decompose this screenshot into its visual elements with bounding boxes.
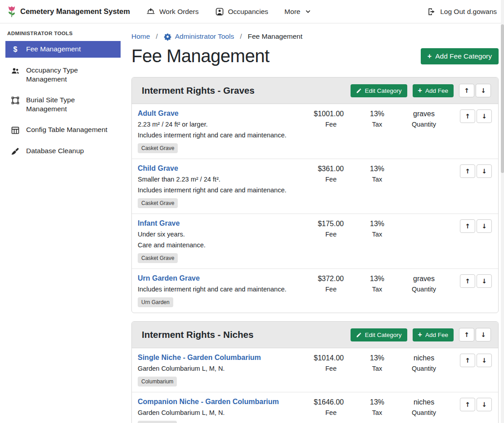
fee-quantity-value: graves xyxy=(399,110,449,118)
fee-tax-value: 13% xyxy=(363,398,392,406)
move-category-down-button[interactable]: ↓ xyxy=(476,328,491,341)
sidebar-item-config-table-management[interactable]: Config Table Management xyxy=(5,122,121,138)
fee-description-line: 2.23 m² / 24 ft² or larger. xyxy=(138,121,299,128)
breadcrumb-separator: / xyxy=(156,32,158,41)
add-fee-button[interactable]: + Add Fee xyxy=(413,84,454,97)
move-fee-down-button[interactable]: ↓ xyxy=(477,219,492,233)
sidebar-item-fee-management[interactable]: $ Fee Management xyxy=(5,41,121,58)
move-fee-down-button[interactable]: ↓ xyxy=(477,164,492,178)
fee-name-link[interactable]: Companion Niche - Garden Columbarium xyxy=(138,398,279,406)
arrow-down-icon: ↓ xyxy=(482,223,487,230)
fee-description-line: Garden Columbarium L, M, N. xyxy=(138,409,299,416)
gear-icon xyxy=(164,33,171,41)
page-scrollbar[interactable] xyxy=(501,0,504,423)
fee-name-link[interactable]: Single Niche - Garden Columbarium xyxy=(138,354,261,362)
categories: Interment Rights - Graves Edit Category … xyxy=(131,77,499,423)
move-fee-up-button[interactable]: ↑ xyxy=(460,219,475,233)
fee-tax-label: Tax xyxy=(363,365,392,372)
fee-name-link[interactable]: Urn Garden Grave xyxy=(138,274,200,282)
move-fee-up-button[interactable]: ↑ xyxy=(460,398,475,411)
fee-amount-value: $361.00 xyxy=(302,165,344,173)
fee-amount-value: $175.00 xyxy=(302,220,344,228)
sidebar-item-burial-site-type-management[interactable]: Burial Site Type Management xyxy=(5,92,121,117)
occupancy-person-icon xyxy=(215,7,224,16)
move-fee-down-button[interactable]: ↓ xyxy=(477,354,492,367)
fee-type-badge: Casket Grave xyxy=(138,253,178,263)
move-fee-up-button[interactable]: ↑ xyxy=(460,354,475,367)
add-fee-label: Add Fee xyxy=(425,87,448,94)
move-fee-up-button[interactable]: ↑ xyxy=(460,274,475,288)
fee-name-link[interactable]: Adult Grave xyxy=(138,109,179,118)
breadcrumb: Home / Administrator Tools / Fee Managem… xyxy=(131,32,499,41)
sidebar-item-occupancy-type-management[interactable]: Occupancy Type Management xyxy=(5,62,121,87)
fee-name-link[interactable]: Infant Grave xyxy=(138,219,180,227)
sidebar-item-database-cleanup[interactable]: Database Cleanup xyxy=(5,143,121,159)
breadcrumb-separator: / xyxy=(240,32,242,41)
edit-category-button[interactable]: Edit Category xyxy=(351,328,407,341)
fee-amount-column: $372.00 Fee xyxy=(302,274,344,293)
fee-description-line: Garden Columbarium L, M, N. xyxy=(138,365,299,372)
hard-hat-icon xyxy=(146,7,155,16)
fee-description-line: Includes interment right and care and ma… xyxy=(138,286,299,293)
nav-occupancies[interactable]: Occupancies xyxy=(215,7,269,16)
fee-amount-value: $1014.00 xyxy=(302,354,344,362)
plus-icon: + xyxy=(418,332,422,338)
breadcrumb-admin-tools-link[interactable]: Administrator Tools xyxy=(164,32,234,41)
fee-amount-label: Fee xyxy=(302,231,344,238)
fee-name-link[interactable]: Child Grave xyxy=(138,164,178,173)
sidebar-item-label: Fee Management xyxy=(26,45,81,54)
fee-quantity-value: niches xyxy=(399,354,449,362)
move-fee-down-button[interactable]: ↓ xyxy=(477,109,492,123)
fee-amount-label: Fee xyxy=(302,121,344,128)
admin-tools-sidebar: ADMINISTRATOR TOOLS $ Fee Management Occ… xyxy=(0,23,126,423)
fee-quantity-label: Quantity xyxy=(399,365,449,372)
app-brand[interactable]: Cemetery Management System xyxy=(7,6,130,18)
fee-row: Single Niche - Garden Columbarium Garden… xyxy=(132,348,498,392)
app-title: Cemetery Management System xyxy=(20,7,130,16)
logout-button[interactable]: Log Out d.gowans xyxy=(427,7,497,16)
move-fee-up-button[interactable]: ↑ xyxy=(460,164,475,178)
fee-reorder-buttons: ↑ ↓ xyxy=(460,164,492,178)
add-fee-category-button[interactable]: + Add Fee Category xyxy=(421,48,499,64)
move-category-down-button[interactable]: ↓ xyxy=(476,84,491,97)
fee-quantity-label: Quantity xyxy=(399,286,449,293)
sidebar-title: ADMINISTRATOR TOOLS xyxy=(0,27,126,41)
fee-info: Urn Garden Grave Includes interment righ… xyxy=(138,274,302,307)
move-fee-down-button[interactable]: ↓ xyxy=(477,274,492,288)
nav-work-orders[interactable]: Work Orders xyxy=(146,7,199,16)
arrow-up-icon: ↑ xyxy=(465,277,470,285)
fee-quantity-value: niches xyxy=(399,398,449,406)
fee-reorder-buttons: ↑ ↓ xyxy=(460,354,492,367)
arrow-up-icon: ↑ xyxy=(464,331,469,338)
fee-tax-column: 13% Tax xyxy=(363,219,392,238)
plus-icon: + xyxy=(428,53,432,59)
edit-category-button[interactable]: Edit Category xyxy=(351,84,407,97)
fee-description-line: Smaller than 2.23 m² / 24 ft². xyxy=(138,176,299,183)
fee-tax-value: 13% xyxy=(363,220,392,228)
move-category-up-button[interactable]: ↑ xyxy=(459,84,474,97)
nav-occupancies-label: Occupancies xyxy=(228,8,269,16)
top-navbar: Cemetery Management System Work Orders O… xyxy=(0,0,504,23)
move-fee-down-button[interactable]: ↓ xyxy=(477,398,492,411)
fee-tax-column: 13% Tax xyxy=(363,274,392,293)
fee-row: Child Grave Smaller than 2.23 m² / 24 ft… xyxy=(132,159,498,214)
dollar-icon: $ xyxy=(11,45,20,54)
table-icon xyxy=(11,126,20,135)
fee-tax-value: 13% xyxy=(363,165,392,173)
fee-description-line: Includes interment right and care and ma… xyxy=(138,132,299,139)
sidebar-item-label: Burial Site Type Management xyxy=(26,96,116,114)
fee-type-badge: Columbarium xyxy=(138,421,177,423)
breadcrumb-home-link[interactable]: Home xyxy=(131,32,150,41)
move-fee-up-button[interactable]: ↑ xyxy=(460,109,475,123)
add-fee-label: Add Fee xyxy=(425,332,448,338)
fee-tax-value: 13% xyxy=(363,354,392,362)
scrollbar-thumb[interactable] xyxy=(501,24,504,173)
fee-row: Urn Garden Grave Includes interment righ… xyxy=(132,268,498,313)
fee-info: Infant Grave Under six years. Care and m… xyxy=(138,219,302,263)
fee-tax-label: Tax xyxy=(363,409,392,416)
add-fee-button[interactable]: + Add Fee xyxy=(413,328,454,341)
edit-category-label: Edit Category xyxy=(365,332,402,338)
fee-tax-value: 13% xyxy=(363,275,392,283)
move-category-up-button[interactable]: ↑ xyxy=(459,328,474,341)
nav-more[interactable]: More xyxy=(284,8,311,16)
